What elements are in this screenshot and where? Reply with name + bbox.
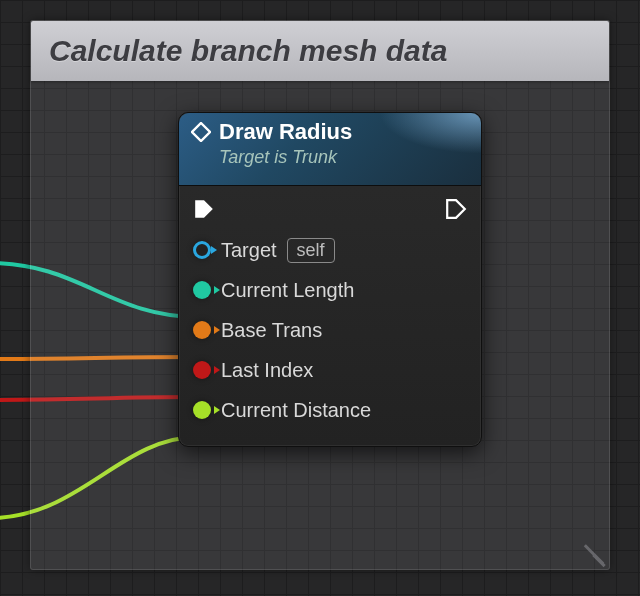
pin-label: Base Trans <box>221 319 322 342</box>
node-body: Target self Current Length Base Trans La… <box>179 186 481 446</box>
pin-base-trans-icon[interactable] <box>193 321 211 339</box>
node-title: Draw Radius <box>219 119 352 145</box>
pin-default-value[interactable]: self <box>287 238 335 263</box>
function-node-icon <box>191 122 211 142</box>
comment-header[interactable]: Calculate branch mesh data <box>31 21 609 81</box>
node-header[interactable]: Draw Radius Target is Trunk <box>179 113 481 186</box>
exec-out-pin-icon[interactable] <box>445 198 467 220</box>
pin-label: Current Distance <box>221 399 371 422</box>
pin-row-last-index: Last Index <box>193 350 467 390</box>
node-subtitle: Target is Trunk <box>219 147 469 168</box>
pin-current-distance-icon[interactable] <box>193 401 211 419</box>
resize-grip-icon[interactable] <box>580 540 604 564</box>
pin-label: Target <box>221 239 277 262</box>
function-node-draw-radius[interactable]: Draw Radius Target is Trunk Target self … <box>178 112 482 447</box>
exec-in-pin-icon[interactable] <box>193 198 215 220</box>
pin-target-icon[interactable] <box>193 241 211 259</box>
comment-title: Calculate branch mesh data <box>49 34 447 68</box>
pin-label: Last Index <box>221 359 313 382</box>
pin-current-length-icon[interactable] <box>193 281 211 299</box>
pin-label: Current Length <box>221 279 354 302</box>
pin-row-base-trans: Base Trans <box>193 310 467 350</box>
pin-row-target: Target self <box>193 230 467 270</box>
pin-last-index-icon[interactable] <box>193 361 211 379</box>
pin-row-current-length: Current Length <box>193 270 467 310</box>
pin-row-current-distance: Current Distance <box>193 390 467 430</box>
